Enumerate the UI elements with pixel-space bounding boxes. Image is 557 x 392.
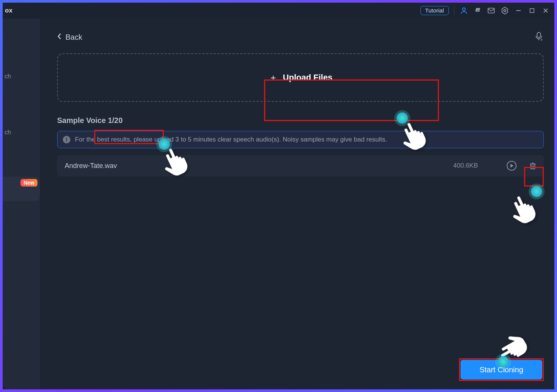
file-name: Andrew-Tate.wav [65,162,117,170]
upload-label: Upload Files [283,73,333,82]
divider [454,6,454,15]
sidebar-item-2[interactable]: ch [3,122,40,143]
sample-voice-heading: Sample Voice 1/20 [57,116,544,125]
info-banner: ! For the best results, please upload 3 … [57,131,544,148]
play-button[interactable] [507,161,517,171]
touch-indicator-icon [159,138,170,150]
touch-indicator-icon [397,112,408,124]
titlebar-actions: Tutorial [420,6,550,15]
settings-icon[interactable] [501,6,509,15]
svg-rect-9 [531,164,535,169]
sidebar-item-1[interactable]: ch [3,66,40,87]
account-icon[interactable] [460,6,468,15]
touch-indicator-icon [531,186,542,197]
close-icon[interactable] [541,6,550,15]
back-button[interactable]: Back [57,33,82,42]
plus-icon: ＋ [269,72,278,84]
svg-rect-8 [537,33,540,37]
discord-icon[interactable] [473,6,482,15]
play-icon [510,164,513,168]
tutorial-button[interactable]: Tutorial [420,6,449,15]
titlebar: ox Tutorial [3,3,554,19]
mic-device-icon[interactable] [534,31,544,43]
sidebar-item-label: ch [5,73,11,80]
info-text: For the best results, please upload 3 to… [75,136,387,143]
upload-dropzone[interactable]: ＋ Upload Files [57,53,544,102]
minimize-icon[interactable] [514,6,523,15]
sidebar-item-3[interactable]: New [3,177,40,201]
new-badge: New [20,179,37,187]
svg-marker-2 [502,7,508,14]
svg-point-3 [504,9,506,12]
sidebar-item-label: ch [5,129,11,136]
chevron-left-icon [57,33,62,42]
sidebar: ch ch New [3,19,40,389]
back-label: Back [65,33,82,42]
app-title: ox [5,7,12,14]
maximize-icon[interactable] [528,6,536,15]
svg-rect-5 [530,9,534,13]
delete-button[interactable] [528,161,538,171]
info-icon: ! [63,136,70,143]
mail-icon[interactable] [487,6,495,15]
file-row: Andrew-Tate.wav 400.6KB [57,155,544,176]
svg-point-0 [462,8,465,11]
touch-indicator-icon [498,356,509,367]
upload-button[interactable]: ＋ Upload Files [216,55,386,100]
file-size: 400.6KB [453,162,478,170]
main-content: Back ＋ Upload Files Sample Voice 1/20 ! … [40,19,554,389]
